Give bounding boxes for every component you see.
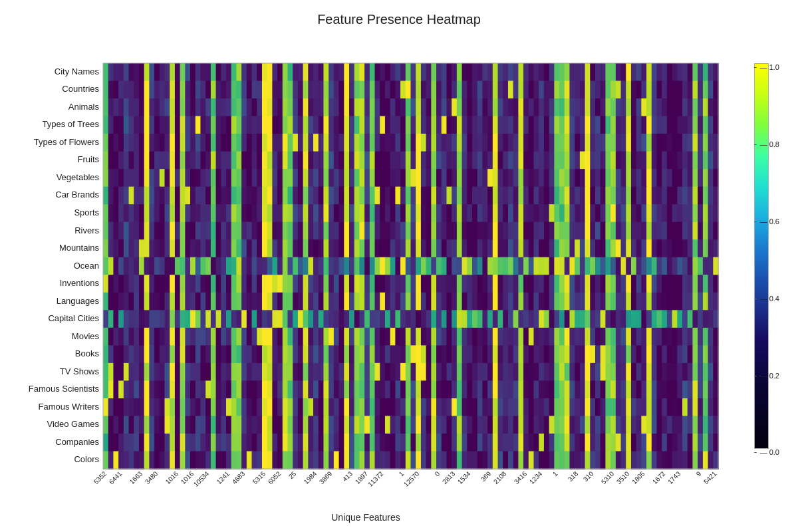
colorbar-ticks: — 1.0 — 0.8 — 0.6 — 0.4 — 0.2 — 0.0	[754, 63, 779, 449]
colorbar-tick-0.6: — 0.6	[754, 217, 779, 225]
colorbar-tick-0.8: — 0.8	[754, 140, 779, 148]
colorbar-tick-0.2: — 0.2	[754, 372, 779, 380]
colorbar: — 1.0 — 0.8 — 0.6 — 0.4 — 0.2 — 0.0	[754, 63, 779, 475]
colorbar-tick-0.0: — 0.0	[754, 448, 779, 456]
colorbar-tick-0.4: — 0.4	[754, 295, 779, 303]
chart-container: Feature Presence Heatmap Unique Features…	[0, 0, 798, 532]
colorbar-tick-1.0: — 1.0	[754, 63, 779, 71]
x-axis-label: Unique Features	[0, 512, 732, 523]
